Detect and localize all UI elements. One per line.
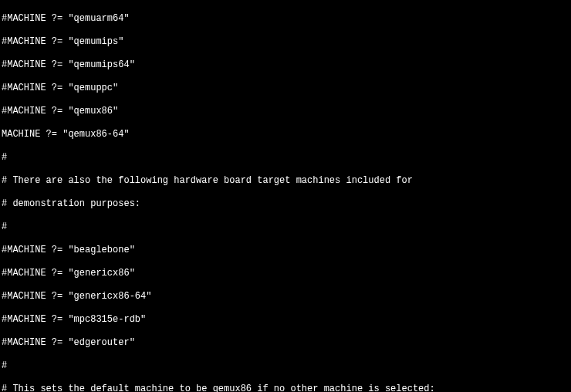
- config-line: #MACHINE ?= "genericx86": [2, 268, 569, 279]
- config-line: #MACHINE ?= "qemuarm64": [2, 13, 569, 25]
- config-line: #MACHINE ?= "qemuppc": [2, 83, 569, 94]
- config-line: #MACHINE ?= "beaglebone": [2, 245, 569, 256]
- config-line: # There are also the following hardware …: [2, 175, 569, 187]
- config-line: MACHINE ?= "qemux86-64": [2, 129, 569, 140]
- terminal-content: #MACHINE ?= "qemuarm64" #MACHINE ?= "qem…: [2, 2, 569, 392]
- config-line: #: [2, 152, 569, 164]
- config-line: #MACHINE ?= "qemumips64": [2, 59, 569, 71]
- config-line: # This sets the default machine to be qe…: [2, 384, 569, 392]
- config-line: # demonstration purposes:: [2, 198, 569, 210]
- config-line: #MACHINE ?= "mpc8315e-rdb": [2, 314, 569, 326]
- config-line: #MACHINE ?= "qemumips": [2, 36, 569, 48]
- config-line: #: [2, 360, 569, 372]
- config-line: #MACHINE ?= "edgerouter": [2, 337, 569, 349]
- config-line: #MACHINE ?= "qemux86": [2, 106, 569, 117]
- config-line: #: [2, 221, 569, 233]
- config-line: #MACHINE ?= "genericx86-64": [2, 291, 569, 302]
